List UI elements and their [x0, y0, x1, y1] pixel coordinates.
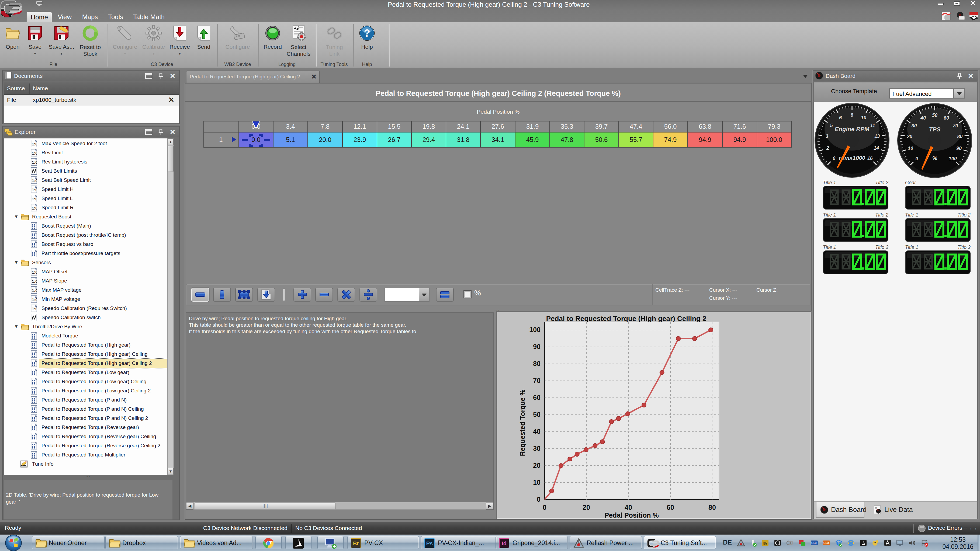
- svg-text:100: 100: [949, 156, 957, 161]
- svg-text:80: 80: [533, 360, 541, 367]
- svg-text:90: 90: [956, 146, 962, 151]
- svg-text:6: 6: [839, 115, 842, 121]
- svg-text:10: 10: [908, 146, 913, 151]
- svg-text:Pedal to Requested Torque (Hig: Pedal to Requested Torque (High gear) Ce…: [546, 314, 706, 322]
- svg-text:TPS: TPS: [929, 126, 941, 133]
- svg-text:Ps: Ps: [426, 540, 433, 546]
- svg-text:CC3: CC3: [811, 541, 817, 545]
- svg-text:16: 16: [867, 156, 873, 161]
- svg-text:0: 0: [542, 503, 546, 511]
- svg-text:0: 0: [915, 156, 918, 161]
- svg-text:40: 40: [920, 115, 926, 121]
- svg-text:Requested Torque %: Requested Torque %: [519, 390, 526, 456]
- svg-text:20: 20: [533, 462, 541, 469]
- svg-text:13: 13: [874, 133, 880, 139]
- svg-text:Id: Id: [502, 540, 507, 546]
- svg-text:30: 30: [533, 445, 541, 452]
- svg-text:60: 60: [943, 115, 949, 121]
- svg-text:100: 100: [529, 326, 541, 333]
- svg-text:3: 3: [826, 133, 828, 139]
- svg-text:70: 70: [533, 377, 541, 384]
- svg-text:CC4: CC4: [823, 541, 830, 545]
- svg-text:60: 60: [667, 503, 674, 511]
- svg-text:30: 30: [911, 123, 917, 129]
- svg-text:0: 0: [833, 156, 835, 161]
- svg-text:10: 10: [533, 478, 541, 486]
- svg-text:Br: Br: [764, 541, 767, 545]
- svg-text:8: 8: [851, 112, 853, 118]
- svg-text:60: 60: [533, 394, 541, 401]
- svg-text:10: 10: [861, 115, 866, 121]
- svg-text:40: 40: [533, 428, 541, 435]
- svg-text:14: 14: [873, 145, 879, 151]
- svg-text:Pedal Position %: Pedal Position %: [605, 511, 659, 518]
- svg-text:50: 50: [932, 113, 937, 118]
- svg-text:?: ?: [364, 27, 370, 39]
- svg-text:90: 90: [533, 343, 541, 350]
- svg-text:50: 50: [533, 411, 541, 418]
- svg-text:40: 40: [625, 503, 632, 511]
- svg-text:20: 20: [907, 134, 912, 139]
- svg-text:5: 5: [830, 123, 833, 128]
- svg-text:0: 0: [537, 495, 541, 503]
- svg-text:Engine RPM: Engine RPM: [835, 126, 870, 132]
- svg-text:80: 80: [957, 134, 963, 139]
- svg-text:Br: Br: [353, 540, 359, 546]
- svg-text:%: %: [932, 155, 937, 161]
- svg-text:70: 70: [953, 123, 958, 129]
- svg-text:80: 80: [708, 503, 716, 511]
- svg-text:20: 20: [582, 503, 590, 511]
- svg-text:11: 11: [870, 123, 875, 128]
- svg-text:2: 2: [826, 145, 829, 151]
